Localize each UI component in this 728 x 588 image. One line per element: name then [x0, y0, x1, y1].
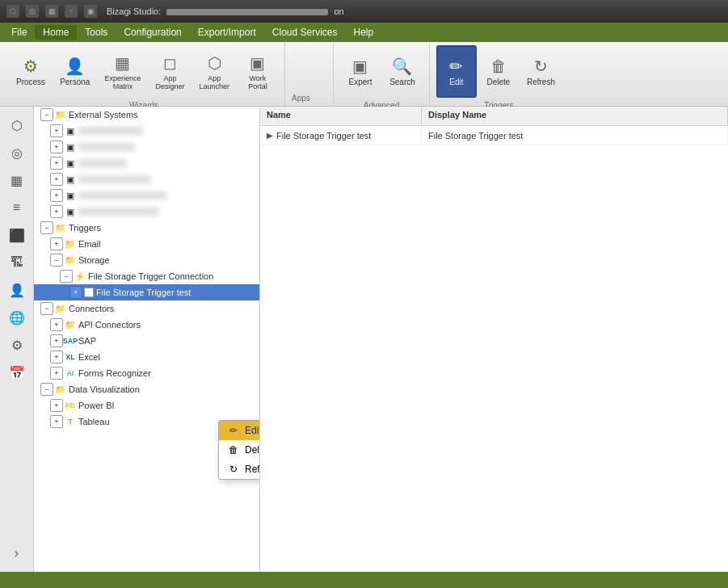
expand-b3[interactable]: +	[50, 157, 63, 170]
sidebar-icon-10[interactable]: 📅	[5, 360, 29, 384]
menu-help[interactable]: Help	[346, 25, 382, 40]
persona-button[interactable]: 👤 Persona	[53, 45, 96, 98]
col-header-display: Display Name	[422, 107, 728, 125]
tree-item-blurred-4[interactable]: + ▣	[34, 171, 259, 187]
sidebar-icon-4[interactable]: ≡	[5, 195, 29, 220]
folder-icon-excel: XL	[65, 351, 76, 363]
tree-item-connectors[interactable]: − 📁 Connectors	[34, 300, 259, 317]
tree-item-blurred-2[interactable]: + ▣	[34, 139, 259, 155]
expert-button[interactable]: ▣ Expert	[340, 45, 381, 98]
sidebar-icon-3[interactable]: ▦	[5, 168, 29, 192]
expand-b1[interactable]: +	[50, 124, 63, 137]
tree-item-sap[interactable]: + SAP SAP	[34, 333, 259, 349]
expand-data-viz[interactable]: −	[40, 383, 53, 396]
refresh-button[interactable]: ↻ Refresh	[520, 45, 562, 98]
context-menu-edit[interactable]: ✏ Edit	[219, 421, 260, 440]
work-portal-label: WorkPortal	[248, 74, 267, 90]
toolbar-apps-section: Apps	[285, 42, 334, 106]
right-panel-header: Name Display Name	[260, 107, 728, 126]
tree-item-data-visualization[interactable]: − 📁 Data Visualization	[34, 381, 259, 397]
search-icon: 🔍	[392, 57, 412, 76]
expand-excel[interactable]: +	[50, 351, 63, 363]
tree-item-blurred-3[interactable]: + ▣	[34, 155, 259, 171]
expand-tableau[interactable]: +	[50, 415, 63, 428]
row-icon: ▶	[267, 131, 273, 140]
tree-item-storage[interactable]: − 📁 Storage	[34, 252, 259, 268]
expand-b5[interactable]: +	[50, 189, 63, 202]
expand-external-systems[interactable]: −	[40, 108, 53, 121]
context-menu-refresh[interactable]: ↻ Refresh	[219, 460, 260, 479]
delete-label: Delete	[487, 78, 511, 86]
toolbar-wizards-section: ⚙ Process 👤 Persona ▦ ExperienceMatrix ◻…	[3, 42, 285, 106]
expand-power-bi[interactable]: +	[50, 399, 63, 412]
trigger-icon: ⚡	[74, 271, 86, 282]
expand-file-storage-test[interactable]: +	[69, 286, 82, 299]
table-row[interactable]: ▶ File Storage Trigger test File Storage…	[260, 126, 728, 145]
expand-storage[interactable]: −	[50, 254, 63, 267]
expand-b2[interactable]: +	[50, 141, 63, 153]
app-icon-4: ↑	[65, 5, 78, 18]
tree-item-blurred-5[interactable]: + ▣	[34, 187, 259, 204]
context-menu-delete[interactable]: 🗑 Delete	[219, 440, 260, 460]
expert-label: Expert	[349, 78, 372, 86]
experience-matrix-label: ExperienceMatrix	[104, 74, 141, 90]
tree-item-blurred-6[interactable]: + ▣	[34, 204, 259, 220]
tree-item-external-systems[interactable]: − 📁 External Systems	[34, 107, 259, 123]
tree-item-forms-recognizer[interactable]: + AI Forms Recognizer	[34, 365, 259, 381]
expand-b4[interactable]: +	[50, 173, 63, 186]
process-button[interactable]: ⚙ Process	[10, 45, 52, 98]
experience-matrix-button[interactable]: ▦ ExperienceMatrix	[98, 45, 147, 98]
expand-forms[interactable]: +	[50, 367, 63, 380]
external-systems-label: External Systems	[69, 110, 138, 120]
persona-icon: 👤	[65, 57, 85, 76]
sidebar-icon-9[interactable]: ⚙	[5, 333, 29, 357]
right-panel: Name Display Name ▶ File Storage Trigger…	[260, 107, 728, 572]
expand-sap[interactable]: +	[50, 334, 63, 347]
sidebar-icon-6[interactable]: 🏗	[5, 250, 29, 275]
work-portal-button[interactable]: ▣ WorkPortal	[238, 45, 278, 98]
tree-item-file-storage-test[interactable]: + File Storage Trigger test	[34, 284, 259, 300]
sidebar-icon-1[interactable]: ⬡	[5, 113, 29, 137]
sidebar-icon-8[interactable]: 🌐	[5, 305, 29, 330]
expand-connectors[interactable]: −	[40, 302, 53, 315]
search-label: Search	[389, 78, 415, 86]
expand-file-storage[interactable]: −	[60, 270, 73, 283]
tree-item-blurred-1[interactable]: + ▣	[34, 123, 259, 139]
app-launcher-button[interactable]: ⬡ AppLauncher	[192, 45, 236, 98]
expand-b6[interactable]: +	[50, 205, 63, 218]
menu-home[interactable]: Home	[35, 25, 77, 40]
search-button[interactable]: 🔍 Search	[382, 45, 423, 98]
item-icon-3: ▣	[65, 158, 76, 169]
edit-button[interactable]: ✏ Edit	[436, 45, 477, 98]
item-icon-6: ▣	[65, 206, 76, 217]
app-icon-3: ▦	[45, 5, 58, 18]
expand-email[interactable]: +	[50, 237, 63, 250]
apps-label: Apps	[292, 90, 310, 103]
tree-item-excel[interactable]: + XL Excel	[34, 349, 259, 365]
expand-api[interactable]: +	[50, 318, 63, 331]
menu-configuration[interactable]: Configuration	[116, 25, 189, 40]
menu-file[interactable]: File	[3, 25, 35, 40]
delete-button[interactable]: 🗑 Delete	[478, 45, 519, 98]
menu-cloud-services[interactable]: Cloud Services	[264, 25, 346, 40]
delete-icon: 🗑	[490, 57, 507, 76]
sidebar-icon-2[interactable]: ◎	[5, 141, 29, 165]
sidebar-icon-5[interactable]: ⬛	[5, 223, 29, 247]
sidebar-icon-7[interactable]: 👤	[5, 278, 29, 302]
forms-recognizer-label: Forms Recognizer	[78, 368, 151, 378]
sidebar-collapse[interactable]: ›	[5, 541, 29, 565]
menu-tools[interactable]: Tools	[77, 25, 116, 40]
tree-item-triggers[interactable]: − 📁 Triggers	[34, 220, 259, 236]
app-launcher-label: AppLauncher	[199, 74, 229, 90]
app-designer-button[interactable]: ◻ AppDesigner	[149, 45, 191, 98]
tree-item-api-connectors[interactable]: + 📁 API Connectors	[34, 317, 259, 333]
tree-item-file-storage-conn[interactable]: − ⚡ File Storage Trigger Connection	[34, 268, 259, 284]
menu-export-import[interactable]: Export/Import	[190, 25, 264, 40]
folder-icon-power-bi: PB	[65, 400, 76, 411]
main-content: ⬡ ◎ ▦ ≡ ⬛ 🏗 👤 🌐 ⚙ 📅 › − 📁 External Syste…	[0, 107, 728, 572]
tree-item-email[interactable]: + 📁 Email	[34, 236, 259, 252]
tree-item-power-bi[interactable]: + PB Power BI	[34, 397, 259, 414]
power-bi-label: Power BI	[78, 401, 115, 410]
process-icon: ⚙	[23, 57, 38, 76]
expand-triggers[interactable]: −	[40, 221, 53, 234]
